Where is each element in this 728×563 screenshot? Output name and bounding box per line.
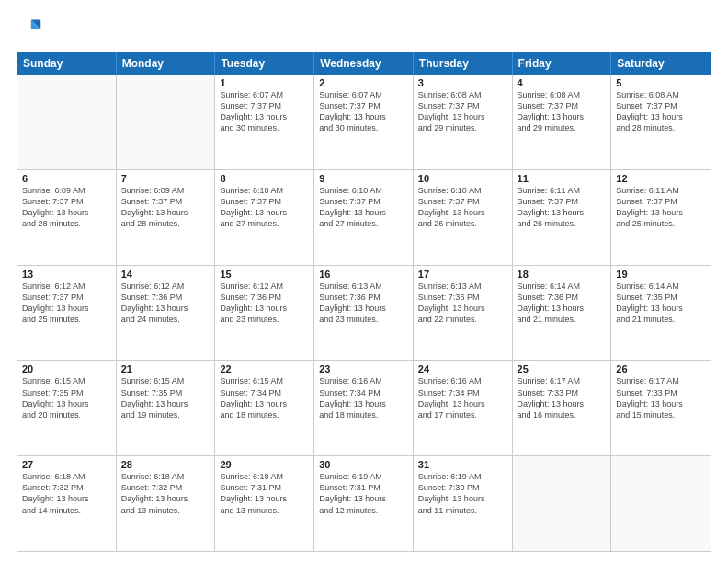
calendar-cell: 28Sunrise: 6:18 AM Sunset: 7:32 PM Dayli… [117,456,216,551]
day-number: 30 [319,459,408,470]
calendar-cell: 26Sunrise: 6:17 AM Sunset: 7:33 PM Dayli… [611,361,711,455]
day-info: Sunrise: 6:12 AM Sunset: 7:36 PM Dayligh… [121,281,210,326]
header-day-thursday: Thursday [414,52,513,75]
day-number: 7 [121,173,210,184]
header-day-tuesday: Tuesday [215,52,314,75]
calendar-cell: 25Sunrise: 6:17 AM Sunset: 7:33 PM Dayli… [513,361,612,455]
day-number: 12 [616,173,706,184]
day-number: 26 [616,363,706,374]
day-number: 31 [418,459,507,470]
day-info: Sunrise: 6:12 AM Sunset: 7:36 PM Dayligh… [220,281,309,326]
calendar-row: 13Sunrise: 6:12 AM Sunset: 7:37 PM Dayli… [17,266,711,362]
calendar-cell: 23Sunrise: 6:16 AM Sunset: 7:34 PM Dayli… [314,361,414,455]
day-number: 19 [616,269,706,280]
day-number: 23 [319,363,408,374]
calendar-cell: 18Sunrise: 6:14 AM Sunset: 7:36 PM Dayli… [513,266,612,361]
calendar-cell [17,75,117,169]
day-info: Sunrise: 6:13 AM Sunset: 7:36 PM Dayligh… [319,281,408,326]
calendar-cell: 2Sunrise: 6:07 AM Sunset: 7:37 PM Daylig… [314,75,414,169]
day-info: Sunrise: 6:19 AM Sunset: 7:30 PM Dayligh… [418,471,507,516]
day-info: Sunrise: 6:09 AM Sunset: 7:37 PM Dayligh… [121,185,210,230]
calendar-cell: 9Sunrise: 6:10 AM Sunset: 7:37 PM Daylig… [314,170,414,265]
day-info: Sunrise: 6:18 AM Sunset: 7:32 PM Dayligh… [121,471,210,516]
day-info: Sunrise: 6:19 AM Sunset: 7:31 PM Dayligh… [319,471,408,516]
calendar-cell: 14Sunrise: 6:12 AM Sunset: 7:36 PM Dayli… [117,266,216,361]
calendar-cell: 15Sunrise: 6:12 AM Sunset: 7:36 PM Dayli… [215,266,314,361]
day-number: 4 [518,77,607,88]
day-number: 29 [220,459,309,470]
day-info: Sunrise: 6:15 AM Sunset: 7:35 PM Dayligh… [121,375,210,420]
day-number: 5 [616,77,706,88]
calendar-cell: 24Sunrise: 6:16 AM Sunset: 7:34 PM Dayli… [414,361,513,455]
day-number: 13 [22,269,111,280]
day-info: Sunrise: 6:15 AM Sunset: 7:35 PM Dayligh… [22,375,111,420]
calendar-row: 6Sunrise: 6:09 AM Sunset: 7:37 PM Daylig… [17,170,711,266]
calendar-row: 20Sunrise: 6:15 AM Sunset: 7:35 PM Dayli… [17,361,711,456]
day-number: 20 [22,363,111,374]
day-number: 8 [220,173,309,184]
day-info: Sunrise: 6:13 AM Sunset: 7:36 PM Dayligh… [418,281,507,326]
day-info: Sunrise: 6:14 AM Sunset: 7:35 PM Dayligh… [616,281,706,326]
day-info: Sunrise: 6:16 AM Sunset: 7:34 PM Dayligh… [418,375,507,420]
calendar-cell: 3Sunrise: 6:08 AM Sunset: 7:37 PM Daylig… [414,75,513,169]
day-number: 14 [121,269,210,280]
calendar-cell: 8Sunrise: 6:10 AM Sunset: 7:37 PM Daylig… [215,170,314,265]
calendar-cell: 21Sunrise: 6:15 AM Sunset: 7:35 PM Dayli… [117,361,216,455]
day-info: Sunrise: 6:12 AM Sunset: 7:37 PM Dayligh… [22,281,111,326]
day-info: Sunrise: 6:08 AM Sunset: 7:37 PM Dayligh… [418,89,507,134]
calendar-cell: 4Sunrise: 6:08 AM Sunset: 7:37 PM Daylig… [513,75,612,169]
day-number: 21 [121,363,210,374]
calendar-cell: 27Sunrise: 6:18 AM Sunset: 7:32 PM Dayli… [17,456,117,551]
day-info: Sunrise: 6:18 AM Sunset: 7:32 PM Dayligh… [22,471,111,516]
day-info: Sunrise: 6:10 AM Sunset: 7:37 PM Dayligh… [418,185,507,230]
day-number: 11 [518,173,607,184]
day-info: Sunrise: 6:16 AM Sunset: 7:34 PM Dayligh… [319,375,408,420]
calendar-row: 27Sunrise: 6:18 AM Sunset: 7:32 PM Dayli… [17,456,711,551]
day-info: Sunrise: 6:14 AM Sunset: 7:36 PM Dayligh… [518,281,607,326]
day-number: 10 [418,173,507,184]
day-info: Sunrise: 6:10 AM Sunset: 7:37 PM Dayligh… [220,185,309,230]
day-number: 22 [220,363,309,374]
page: SundayMondayTuesdayWednesdayThursdayFrid… [0,0,728,563]
day-number: 1 [220,77,309,88]
calendar-cell: 22Sunrise: 6:15 AM Sunset: 7:34 PM Dayli… [215,361,314,455]
calendar-cell: 17Sunrise: 6:13 AM Sunset: 7:36 PM Dayli… [414,266,513,361]
calendar-cell: 11Sunrise: 6:11 AM Sunset: 7:37 PM Dayli… [513,170,612,265]
day-info: Sunrise: 6:17 AM Sunset: 7:33 PM Dayligh… [518,375,607,420]
calendar-cell [611,456,711,551]
calendar-cell: 12Sunrise: 6:11 AM Sunset: 7:37 PM Dayli… [611,170,711,265]
day-info: Sunrise: 6:08 AM Sunset: 7:37 PM Dayligh… [518,89,607,134]
header-day-sunday: Sunday [17,52,117,75]
day-number: 16 [319,269,408,280]
day-number: 2 [319,77,408,88]
calendar-cell: 29Sunrise: 6:18 AM Sunset: 7:31 PM Dayli… [215,456,314,551]
calendar-cell: 30Sunrise: 6:19 AM Sunset: 7:31 PM Dayli… [314,456,414,551]
calendar-row: 1Sunrise: 6:07 AM Sunset: 7:37 PM Daylig… [17,75,711,170]
header [17,17,711,42]
day-info: Sunrise: 6:11 AM Sunset: 7:37 PM Dayligh… [518,185,607,230]
calendar-cell [513,456,612,551]
day-number: 24 [418,363,507,374]
day-number: 15 [220,269,309,280]
day-info: Sunrise: 6:17 AM Sunset: 7:33 PM Dayligh… [616,375,706,420]
day-info: Sunrise: 6:18 AM Sunset: 7:31 PM Dayligh… [220,471,309,516]
calendar-header: SundayMondayTuesdayWednesdayThursdayFrid… [17,52,711,75]
calendar: SundayMondayTuesdayWednesdayThursdayFrid… [17,52,711,552]
calendar-cell: 5Sunrise: 6:08 AM Sunset: 7:37 PM Daylig… [611,75,711,169]
calendar-cell: 31Sunrise: 6:19 AM Sunset: 7:30 PM Dayli… [414,456,513,551]
calendar-cell: 20Sunrise: 6:15 AM Sunset: 7:35 PM Dayli… [17,361,117,455]
calendar-cell: 19Sunrise: 6:14 AM Sunset: 7:35 PM Dayli… [611,266,711,361]
day-info: Sunrise: 6:07 AM Sunset: 7:37 PM Dayligh… [319,89,408,134]
day-info: Sunrise: 6:10 AM Sunset: 7:37 PM Dayligh… [319,185,408,230]
day-number: 3 [418,77,507,88]
calendar-cell: 10Sunrise: 6:10 AM Sunset: 7:37 PM Dayli… [414,170,513,265]
header-day-friday: Friday [513,52,612,75]
day-number: 28 [121,459,210,470]
day-info: Sunrise: 6:11 AM Sunset: 7:37 PM Dayligh… [616,185,706,230]
calendar-cell: 7Sunrise: 6:09 AM Sunset: 7:37 PM Daylig… [117,170,216,265]
day-number: 27 [22,459,111,470]
header-day-wednesday: Wednesday [314,52,414,75]
day-number: 17 [418,269,507,280]
day-info: Sunrise: 6:15 AM Sunset: 7:34 PM Dayligh… [220,375,309,420]
calendar-cell [117,75,216,169]
